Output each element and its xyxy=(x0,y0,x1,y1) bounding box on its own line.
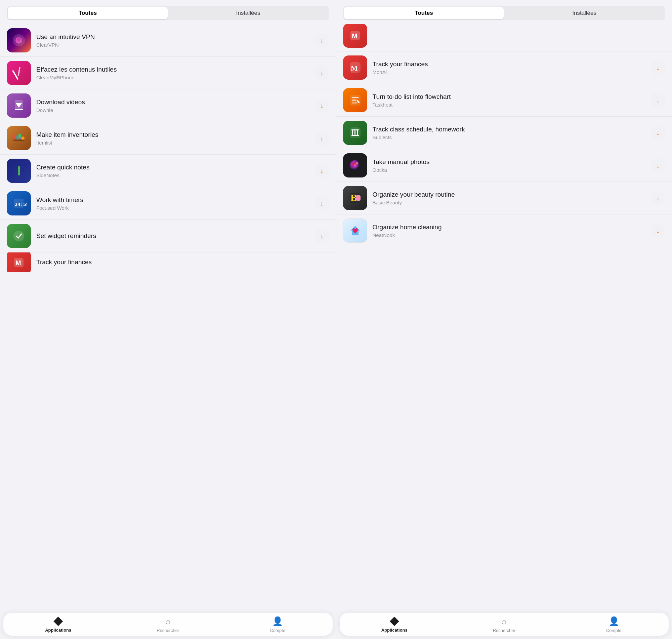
download-btn-neatnook[interactable]: ↓ xyxy=(651,223,665,238)
app-item-subjects: Track class schedule, homework Subjects … xyxy=(336,116,672,149)
app-icon-clearvpn xyxy=(7,28,31,52)
app-item-focusedwork: 24:59 Work with timers Focused Work ↓ xyxy=(0,187,336,219)
app-title-track-finances-left: Track your finances xyxy=(36,258,329,267)
app-info-taskheat: Turn to-do list into flowchart Taskheat xyxy=(373,93,645,108)
applications-icon xyxy=(53,617,63,626)
app-item-clearvpn: Use an intuitive VPN ClearVPN ↓ xyxy=(0,24,336,57)
svg-rect-3 xyxy=(12,70,18,80)
app-title-basicbeauty: Organize your beauty routine xyxy=(373,191,645,199)
app-icon-downie xyxy=(7,93,31,118)
app-info-cleanmyphone: Effacez les contenus inutiles CleanMy®Ph… xyxy=(36,65,309,80)
right-panel: Toutes Installées M M Track you xyxy=(336,0,672,639)
app-info-itemlist: Make item inventories Itemlist xyxy=(36,131,309,145)
download-icon-basicbeauty: ↓ xyxy=(656,194,659,202)
svg-rect-14 xyxy=(18,166,20,175)
right-tab-compte[interactable]: 👤 Compte xyxy=(601,616,627,633)
left-tab-installees[interactable]: Installées xyxy=(168,7,328,19)
left-segment-control: Toutes Installées xyxy=(7,6,329,20)
right-tab-toutes[interactable]: Toutes xyxy=(344,7,504,19)
app-info-sidenotes: Create quick notes SideNotes xyxy=(36,163,309,178)
app-icon-taskheat xyxy=(343,88,367,112)
download-btn-subjects[interactable]: ↓ xyxy=(651,125,665,140)
app-info-subjects: Track class schedule, homework Subjects xyxy=(373,125,645,140)
app-item-downie: Download videos Downie ↓ xyxy=(0,89,336,122)
app-icon-monai: M xyxy=(343,56,367,80)
svg-point-2 xyxy=(17,37,21,41)
app-icon-track-finances-left: M xyxy=(7,252,31,272)
download-icon-clearvpn: ↓ xyxy=(320,37,323,44)
app-title-taskheat: Turn to-do list into flowchart xyxy=(373,93,645,101)
app-item-track-finances-left: M Track your finances xyxy=(0,252,336,272)
right-tab-rechercher[interactable]: ⌕ Rechercher xyxy=(491,616,517,633)
download-btn-monai[interactable]: ↓ xyxy=(651,60,665,75)
rechercher-icon-right: ⌕ xyxy=(501,616,507,626)
download-icon-sidenotes: ↓ xyxy=(320,167,323,175)
app-info-neatnook: Organize home cleaning NeatNook xyxy=(373,223,645,238)
app-item-cleanmyphone: Effacez les contenus inutiles CleanMy®Ph… xyxy=(0,57,336,89)
download-icon-widget: ↓ xyxy=(320,232,323,240)
left-tab-rechercher[interactable]: ⌕ Rechercher xyxy=(155,616,181,633)
svg-rect-26 xyxy=(352,99,356,101)
download-btn-optika[interactable]: ↓ xyxy=(651,158,665,173)
download-btn-clearvpn[interactable]: ↓ xyxy=(315,33,329,48)
app-item-itemlist: Make item inventories Itemlist ↓ xyxy=(0,122,336,154)
left-tab-toutes[interactable]: Toutes xyxy=(8,7,168,19)
app-item-neatnook: Organize home cleaning NeatNook ↓ xyxy=(336,214,672,247)
app-icon-cleanmyphone xyxy=(7,61,31,85)
download-btn-downie[interactable]: ↓ xyxy=(315,98,329,113)
app-subtitle-neatnook: NeatNook xyxy=(373,232,645,238)
app-title-subjects: Track class schedule, homework xyxy=(373,125,645,134)
svg-point-12 xyxy=(21,137,25,140)
download-btn-itemlist[interactable]: ↓ xyxy=(315,131,329,145)
app-info-monai: Track your finances MonAi xyxy=(373,60,645,75)
applications-icon-right xyxy=(390,617,399,626)
app-subtitle-optika: Optika xyxy=(373,167,645,173)
compte-icon-right: 👤 xyxy=(608,616,619,626)
app-info-clearvpn: Use an intuitive VPN ClearVPN xyxy=(36,33,309,48)
download-btn-sidenotes[interactable]: ↓ xyxy=(315,163,329,178)
app-icon-focusedwork: 24:59 xyxy=(7,191,31,216)
app-title-focusedwork: Work with timers xyxy=(36,196,309,204)
download-btn-basicbeauty[interactable]: ↓ xyxy=(651,191,665,205)
left-tab-applications[interactable]: Applications xyxy=(45,617,71,633)
left-tab-compte-label: Compte xyxy=(270,628,285,633)
right-segment-control: Toutes Installées xyxy=(343,6,666,20)
app-subtitle-subjects: Subjects xyxy=(373,135,645,140)
download-btn-taskheat[interactable]: ↓ xyxy=(651,93,665,108)
left-tab-compte[interactable]: 👤 Compte xyxy=(264,616,291,633)
app-subtitle-cleanmyphone: CleanMy®Phone xyxy=(36,75,309,80)
app-icon-basicbeauty: B xyxy=(343,186,367,210)
app-item-monai-top: M xyxy=(336,24,672,51)
compte-icon-left: 👤 xyxy=(272,616,283,626)
app-title-cleanmyphone: Effacez les contenus inutiles xyxy=(36,65,309,74)
left-tab-bar: Applications ⌕ Rechercher 👤 Compte xyxy=(3,613,333,636)
svg-rect-34 xyxy=(357,130,358,135)
svg-rect-27 xyxy=(352,102,357,104)
svg-point-36 xyxy=(354,164,356,167)
app-icon-sidenotes xyxy=(7,159,31,183)
download-icon-optika: ↓ xyxy=(656,162,659,169)
app-item-basicbeauty: B Organize your beauty routine Basic Bea… xyxy=(336,182,672,214)
svg-rect-4 xyxy=(17,67,20,76)
download-btn-focusedwork[interactable]: ↓ xyxy=(315,196,329,211)
app-item-monai: M Track your finances MonAi ↓ xyxy=(336,51,672,84)
app-icon-subjects xyxy=(343,121,367,145)
app-title-clearvpn: Use an intuitive VPN xyxy=(36,33,309,41)
app-subtitle-clearvpn: ClearVPN xyxy=(36,42,309,48)
svg-text:M: M xyxy=(352,32,357,40)
svg-text:M: M xyxy=(351,64,358,72)
app-icon-neatnook xyxy=(343,218,367,243)
svg-rect-7 xyxy=(15,109,23,110)
left-panel: Toutes Installées Use an intuitive VPN C… xyxy=(0,0,336,639)
right-tab-bar: Applications ⌕ Rechercher 👤 Compte xyxy=(340,613,669,636)
app-icon-widget xyxy=(7,224,31,248)
svg-point-37 xyxy=(356,162,358,165)
download-btn-cleanmyphone[interactable]: ↓ xyxy=(315,65,329,80)
app-title-widget: Set widget reminders xyxy=(36,232,309,240)
app-info-focusedwork: Work with timers Focused Work xyxy=(36,196,309,211)
app-item-optika: Take manual photos Optika ↓ xyxy=(336,149,672,182)
right-tab-installees[interactable]: Installées xyxy=(504,7,664,19)
right-tab-applications[interactable]: Applications xyxy=(381,617,408,633)
svg-point-17 xyxy=(13,231,24,241)
download-btn-widget[interactable]: ↓ xyxy=(315,229,329,243)
